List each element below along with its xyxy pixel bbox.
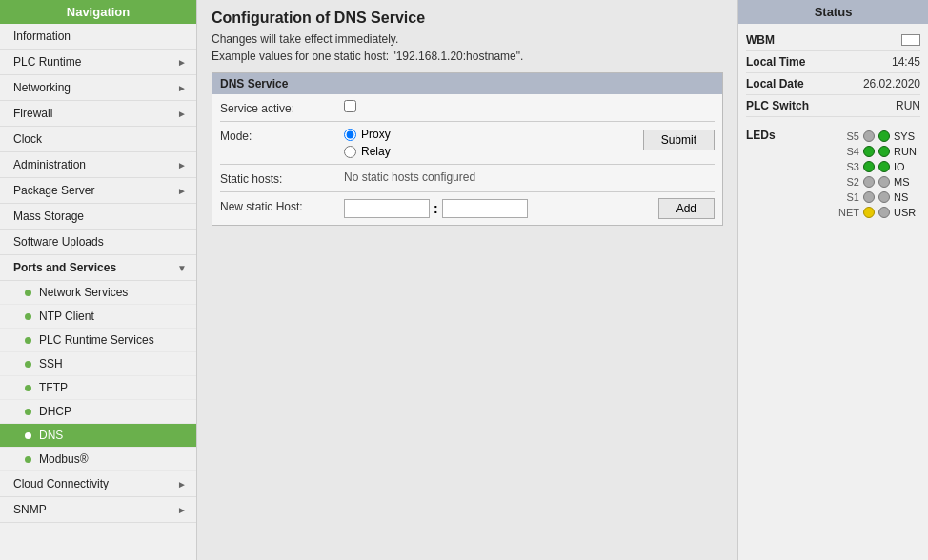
service-active-label: Service active:	[220, 100, 344, 115]
chevron-right-icon: ►	[177, 505, 187, 515]
plc-switch-label: PLC Switch	[746, 99, 809, 112]
sidebar-subitem-dns[interactable]: DNS	[0, 424, 196, 448]
bullet-icon	[25, 432, 31, 439]
bullet-icon	[25, 456, 31, 463]
led-right-net	[878, 207, 890, 218]
page-title: Configuration of DNS Service	[212, 10, 723, 27]
sidebar-item-firewall[interactable]: Firewall ►	[0, 101, 196, 127]
status-panel: Status WBM Local Time 14:45 Local Date 2…	[737, 0, 928, 560]
local-date-row: Local Date 26.02.2020	[746, 73, 920, 95]
new-static-host-value: : Add	[344, 198, 715, 219]
sidebar-item-label: Administration	[13, 158, 86, 171]
chevron-right-icon: ►	[177, 160, 187, 170]
led-name-net: USR	[894, 207, 920, 218]
mode-proxy-radio[interactable]	[344, 129, 356, 141]
sidebar-item-label: Firewall	[13, 107, 52, 120]
new-static-host-label: New static Host:	[220, 198, 344, 213]
bullet-icon	[25, 385, 31, 391]
led-right-s1	[878, 191, 890, 203]
led-row-s3: S3 IO	[837, 159, 920, 174]
submit-button[interactable]: Submit	[643, 130, 715, 150]
local-date-label: Local Date	[746, 77, 804, 90]
chevron-right-icon: ►	[177, 57, 187, 68]
leds-label: LEDs	[746, 129, 776, 142]
led-left-s5	[863, 130, 875, 142]
sidebar-subitem-label: DHCP	[39, 405, 71, 418]
mode-proxy-label[interactable]: Proxy	[344, 128, 391, 141]
sidebar-item-information[interactable]: Information	[0, 24, 196, 50]
service-active-checkbox[interactable]	[344, 100, 356, 112]
sidebar-subitem-dhcp[interactable]: DHCP	[0, 400, 196, 424]
sidebar-item-mass-storage[interactable]: Mass Storage	[0, 204, 196, 230]
led-rows: S5 SYS S4 RUN S3 IO	[776, 129, 920, 220]
led-right-s2	[878, 176, 890, 188]
sidebar-item-clock[interactable]: Clock	[0, 127, 196, 152]
sidebar-subitem-tftp[interactable]: TFTP	[0, 376, 196, 400]
sidebar-subitem-label: TFTP	[39, 381, 68, 394]
new-static-host-ip-input[interactable]	[344, 199, 430, 218]
plc-switch-row: PLC Switch RUN	[746, 95, 920, 117]
led-id-s5: S5	[837, 130, 859, 142]
service-active-row: Service active:	[212, 94, 722, 121]
main-content: Configuration of DNS Service Changes wil…	[197, 0, 737, 560]
sidebar-subitem-modbus[interactable]: Modbus®	[0, 448, 196, 471]
sidebar-item-plc-runtime[interactable]: PLC Runtime ►	[0, 50, 196, 75]
sidebar-item-label: PLC Runtime	[13, 55, 81, 69]
sidebar-subitem-ssh[interactable]: SSH	[0, 352, 196, 376]
chevron-right-icon: ▼	[177, 263, 187, 273]
sidebar-item-snmp[interactable]: SNMP ►	[0, 497, 196, 523]
sidebar-subitem-plc-runtime-services[interactable]: PLC Runtime Services	[0, 329, 196, 352]
sidebar-item-label: Package Server	[13, 184, 94, 197]
led-id-s1: S1	[837, 191, 859, 203]
new-static-host-hostname-input[interactable]	[442, 199, 528, 218]
static-hosts-label: Static hosts:	[220, 170, 344, 186]
led-left-net	[863, 207, 875, 218]
led-row-s4: S4 RUN	[837, 144, 920, 159]
sidebar-subitem-label: PLC Runtime Services	[39, 333, 154, 347]
led-name-s1: NS	[894, 191, 920, 203]
sidebar-item-label: Software Uploads	[13, 235, 104, 249]
mode-relay-label[interactable]: Relay	[344, 145, 391, 158]
chevron-right-icon: ►	[177, 83, 187, 93]
sidebar-item-package-server[interactable]: Package Server ►	[0, 178, 196, 204]
add-button[interactable]: Add	[658, 198, 715, 219]
local-date-value: 26.02.2020	[863, 77, 920, 90]
mode-value: Proxy Relay	[344, 128, 643, 158]
wbm-label: WBM	[746, 33, 775, 47]
sidebar-item-networking[interactable]: Networking ►	[0, 75, 196, 101]
led-section: LEDs S5 SYS S4 RUN S3	[738, 123, 928, 226]
sidebar-item-ports-and-services[interactable]: Ports and Services ▼	[0, 255, 196, 281]
sidebar-item-cloud-connectivity[interactable]: Cloud Connectivity ►	[0, 471, 196, 497]
sidebar: Navigation Information PLC Runtime ► Net…	[0, 0, 197, 560]
bullet-icon	[25, 361, 31, 368]
led-id-s3: S3	[837, 161, 859, 172]
led-right-s3	[878, 161, 890, 172]
sidebar-subitem-ntp-client[interactable]: NTP Client	[0, 305, 196, 329]
sidebar-item-label: Mass Storage	[13, 210, 84, 223]
chevron-right-icon: ►	[177, 479, 187, 490]
sidebar-subitem-label: SSH	[39, 357, 63, 370]
sidebar-item-software-uploads[interactable]: Software Uploads	[0, 230, 196, 255]
sidebar-item-label: Ports and Services	[13, 261, 116, 274]
mode-relay-radio[interactable]	[344, 146, 356, 158]
mode-radio-group: Proxy Relay	[344, 128, 391, 158]
wbm-indicator	[901, 34, 920, 46]
sidebar-subitem-network-services[interactable]: Network Services	[0, 281, 196, 305]
no-static-hosts-text: No static hosts configured	[344, 170, 475, 184]
led-left-s3	[863, 161, 875, 172]
led-name-s4: RUN	[894, 146, 920, 157]
static-hosts-row: Static hosts: No static hosts configured	[212, 165, 722, 191]
led-row-s1: S1 NS	[837, 190, 920, 205]
sidebar-item-label: SNMP	[13, 503, 47, 516]
sidebar-item-administration[interactable]: Administration ►	[0, 152, 196, 178]
led-right-s4	[878, 146, 890, 157]
mode-relay-text: Relay	[361, 145, 391, 158]
led-row-net: NET USR	[837, 205, 920, 220]
led-row-s2: S2 MS	[837, 174, 920, 190]
local-time-label: Local Time	[746, 55, 805, 69]
led-id-s2: S2	[837, 176, 859, 188]
mode-row: Mode: Proxy Relay Submit	[212, 122, 722, 164]
chevron-right-icon: ►	[177, 109, 187, 119]
new-static-host-row: New static Host: : Add	[212, 192, 722, 225]
led-right-s5	[878, 130, 890, 142]
